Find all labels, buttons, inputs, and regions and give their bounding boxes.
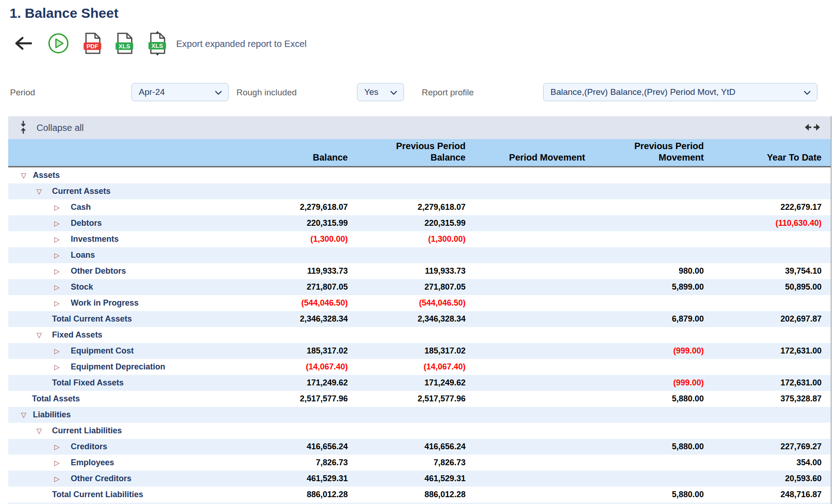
table-row: ▽Fixed Assets <box>8 327 831 343</box>
row-label: Investments <box>71 234 119 244</box>
expand-triangle-icon[interactable]: ▷ <box>54 268 63 275</box>
collapse-triangle-icon[interactable]: ▽ <box>21 411 30 418</box>
rough-included-select-value: Yes <box>364 87 378 97</box>
row-label: Assets <box>33 171 60 180</box>
cell-value: 2,517,577.96 <box>256 394 348 404</box>
expand-triangle-icon[interactable]: ▷ <box>54 300 63 307</box>
cell-value: 202,697.87 <box>704 314 822 324</box>
cell-value: 6,879.00 <box>585 314 704 324</box>
table-row: ▷Creditors416,656.24416,656.245,880.0022… <box>8 439 831 455</box>
expand-triangle-icon[interactable]: ▷ <box>54 459 63 466</box>
cell-value: 119,933.73 <box>256 266 348 276</box>
cell-value: 461,529.31 <box>256 474 348 483</box>
cell-value: 227,769.27 <box>704 442 822 452</box>
table-row: ▷Cash2,279,618.072,279,618.07222,679.17 <box>8 199 831 215</box>
row-label: Other Creditors <box>71 474 131 483</box>
row-label: Total Fixed Assets <box>52 378 124 388</box>
cell-value: 886,012.28 <box>348 490 466 499</box>
cell-value: 5,880.00 <box>585 490 704 499</box>
expand-triangle-icon[interactable]: ▷ <box>54 204 63 211</box>
back-button[interactable] <box>14 36 33 52</box>
table-row: Total Assets2,517,577.962,517,577.965,88… <box>8 391 831 407</box>
cell-value: 5,880.00 <box>585 442 704 452</box>
chevron-down-icon <box>215 87 222 97</box>
collapse-all-button[interactable]: Collapse all <box>18 120 84 135</box>
expand-triangle-icon[interactable]: ▷ <box>54 252 63 259</box>
row-label: Work in Progress <box>71 298 139 308</box>
table-row: ▷Loans <box>8 247 831 263</box>
pdf-file-icon: PDF <box>82 32 103 56</box>
run-report-button[interactable] <box>47 32 69 56</box>
table-row: ▽Current Liabilities <box>8 423 831 439</box>
export-excel-button[interactable]: XLS <box>114 32 135 56</box>
collapse-triangle-icon[interactable]: ▽ <box>21 172 30 179</box>
table-row: ▷Debtors220,315.99220,315.99(110,630.40) <box>8 215 831 231</box>
export-pdf-button[interactable]: PDF <box>82 32 103 56</box>
report-profile-label: Report profile <box>422 88 474 98</box>
row-label: Cash <box>71 203 91 212</box>
report-profile-select-value: Balance,(Prev) Balance,(Prev) Period Mov… <box>550 87 735 97</box>
collapse-triangle-icon[interactable]: ▽ <box>37 332 46 338</box>
export-expanded-excel-button[interactable]: XLS <box>147 31 168 57</box>
column-header: Period Movement <box>466 139 585 166</box>
column-header: Previous PeriodBalance <box>348 139 466 166</box>
cell-value: 220,315.99 <box>348 218 466 228</box>
column-header: Year To Date <box>704 139 822 166</box>
row-label: Total Current Assets <box>52 314 132 324</box>
period-label: Period <box>10 88 35 98</box>
expand-triangle-icon[interactable]: ▷ <box>54 364 63 370</box>
cell-value: (1,300.00) <box>256 234 348 244</box>
expand-width-button[interactable] <box>804 122 821 134</box>
expand-triangle-icon[interactable]: ▷ <box>54 475 63 482</box>
cell-value: (1,300.00) <box>348 234 466 244</box>
rough-included-select[interactable]: Yes <box>357 83 404 101</box>
cell-value: 980.00 <box>585 266 704 276</box>
report-toolbar: PDF XLS <box>14 31 307 57</box>
svg-text:XLS: XLS <box>119 42 131 49</box>
column-header: Previous PeriodMovement <box>585 139 704 166</box>
row-label: Current Assets <box>52 187 110 196</box>
row-label: Creditors <box>71 442 107 452</box>
table-row: ▷Investments(1,300.00)(1,300.00) <box>8 231 831 247</box>
row-label: Loans <box>71 250 95 260</box>
row-label: Total Current Liabilities <box>52 490 143 499</box>
collapse-triangle-icon[interactable]: ▽ <box>37 188 46 195</box>
cell-value: 2,346,328.34 <box>256 314 348 324</box>
expand-triangle-icon[interactable]: ▷ <box>54 443 63 450</box>
expand-triangle-icon[interactable]: ▷ <box>54 348 63 354</box>
cell-value: (999.00) <box>585 346 704 356</box>
cell-value: 271,807.05 <box>348 282 466 292</box>
expand-horizontal-icon <box>804 122 821 134</box>
row-label: Equipment Depreciation <box>71 362 165 372</box>
expand-triangle-icon[interactable]: ▷ <box>54 284 63 291</box>
table-row: Total Current Assets2,346,328.342,346,32… <box>8 311 831 327</box>
balance-sheet-page: 1. Balance Sheet PDF <box>0 0 838 504</box>
table-row: Total Current Liabilities886,012.28886,0… <box>8 487 831 503</box>
cell-value: 271,807.05 <box>256 282 348 292</box>
cell-value: 220,315.99 <box>256 218 348 228</box>
row-label: Debtors <box>71 218 102 228</box>
cell-value: 119,933.73 <box>348 266 466 276</box>
rough-included-label: Rough included <box>236 88 297 98</box>
expand-triangle-icon[interactable]: ▷ <box>54 220 63 227</box>
cell-value: 172,631.00 <box>704 346 822 356</box>
row-label: Stock <box>71 282 93 292</box>
cell-value: 7,826.73 <box>348 458 466 468</box>
table-row: ▷Other Creditors461,529.31461,529.3120,5… <box>8 471 831 487</box>
back-arrow-icon <box>14 36 33 52</box>
table-row: ▷Employees7,826.737,826.73354.00 <box>8 455 831 471</box>
svg-text:XLS: XLS <box>152 42 163 49</box>
cell-value: 354.00 <box>704 458 822 468</box>
expand-triangle-icon[interactable]: ▷ <box>54 236 63 243</box>
chevron-down-icon <box>804 87 811 97</box>
cell-value: 886,012.28 <box>256 490 348 499</box>
cell-value: 248,716.87 <box>704 490 822 499</box>
cell-value: 50,895.00 <box>704 282 822 292</box>
cell-value: 20,593.60 <box>704 474 822 483</box>
collapse-triangle-icon[interactable]: ▽ <box>37 427 46 434</box>
report-profile-select[interactable]: Balance,(Prev) Balance,(Prev) Period Mov… <box>543 83 817 101</box>
cell-value: 416,656.24 <box>348 442 466 452</box>
cell-value: 5,899.00 <box>585 282 704 292</box>
period-select[interactable]: Apr-24 <box>131 83 229 101</box>
cell-value: 5,880.00 <box>585 394 704 404</box>
